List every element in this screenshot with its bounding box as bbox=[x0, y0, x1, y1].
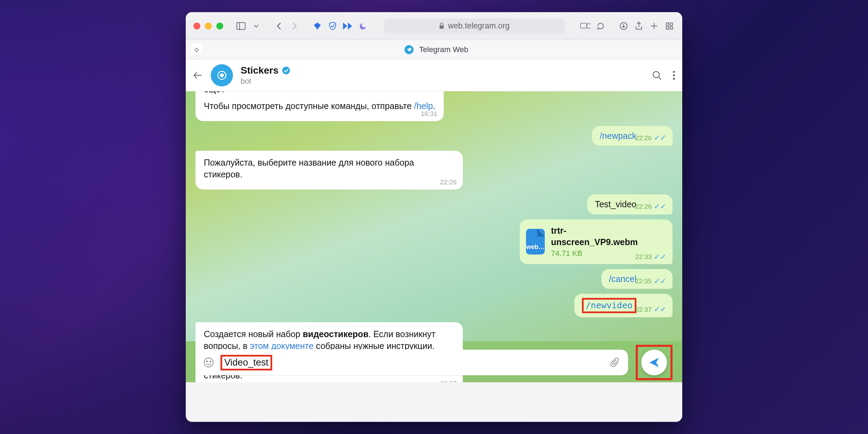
message-time: 22:37✓✓ bbox=[635, 305, 666, 314]
message-text: ещё? bbox=[204, 91, 225, 94]
message-text-bold: видеостикеров bbox=[303, 329, 368, 339]
extension-moon-icon[interactable] bbox=[358, 21, 368, 31]
browser-window: web.telegram.org ◇ Telegram Web bbox=[186, 12, 682, 422]
message-time: 16:31 bbox=[421, 109, 437, 118]
app-icon: ◇ bbox=[194, 46, 199, 53]
read-check-icon: ✓✓ bbox=[654, 306, 666, 313]
file-thumb: web… bbox=[526, 229, 545, 254]
message-text: Создается новый набор bbox=[204, 329, 303, 339]
browser-toolbar: web.telegram.org bbox=[186, 12, 682, 40]
svg-point-7 bbox=[586, 24, 591, 28]
svg-marker-2 bbox=[314, 23, 321, 30]
chat-subtitle: bot bbox=[241, 77, 290, 86]
svg-point-24 bbox=[673, 78, 675, 80]
reader-icon[interactable] bbox=[580, 21, 591, 31]
send-button[interactable] bbox=[641, 350, 667, 375]
svg-point-25 bbox=[204, 358, 213, 367]
extension-diamond-icon[interactable] bbox=[312, 21, 323, 31]
search-in-chat-button[interactable] bbox=[652, 70, 662, 81]
lock-icon bbox=[439, 23, 444, 30]
svg-rect-12 bbox=[666, 23, 669, 25]
address-url: web.telegram.org bbox=[448, 21, 510, 31]
svg-rect-0 bbox=[237, 23, 245, 30]
highlight-box bbox=[636, 345, 673, 380]
message-time: 22:26✓✓ bbox=[635, 202, 666, 211]
message-input-bar: Video_test bbox=[195, 350, 628, 375]
message-outgoing-file[interactable]: web… trtr-unscreen_VP9.webm 74.71 KB 22:… bbox=[520, 219, 673, 264]
composer: Video_test bbox=[186, 343, 682, 382]
verified-badge-icon bbox=[282, 66, 290, 75]
command-link[interactable]: /cancel bbox=[609, 274, 636, 284]
svg-marker-3 bbox=[343, 23, 347, 30]
downloads-icon[interactable] bbox=[618, 21, 629, 31]
file-name: trtr-unscreen_VP9.webm bbox=[551, 225, 638, 249]
tab-title[interactable]: Telegram Web bbox=[419, 45, 468, 54]
sidebar-toggle-icon[interactable] bbox=[236, 21, 246, 31]
telegram-icon bbox=[404, 45, 414, 54]
message-text: Пожалуйста, выберите название для нового… bbox=[204, 158, 414, 179]
message-outgoing[interactable]: /newpack 22:26✓✓ bbox=[592, 126, 673, 146]
minimize-window-button[interactable] bbox=[205, 23, 212, 30]
address-bar[interactable]: web.telegram.org bbox=[384, 18, 565, 34]
attach-button[interactable] bbox=[610, 357, 620, 368]
message-text: Чтобы просмотреть доступные команды, отп… bbox=[204, 101, 414, 111]
svg-point-19 bbox=[282, 67, 290, 74]
emoji-button[interactable] bbox=[203, 357, 214, 368]
nav-back-button[interactable] bbox=[274, 21, 284, 31]
message-incoming[interactable]: ещё? Чтобы просмотреть доступные команды… bbox=[195, 91, 444, 121]
message-time: 22:26✓✓ bbox=[635, 134, 666, 143]
share-icon[interactable] bbox=[634, 21, 644, 31]
message-input[interactable]: Video_test bbox=[224, 357, 268, 368]
svg-point-18 bbox=[220, 74, 224, 77]
svg-rect-15 bbox=[670, 27, 673, 29]
command-link[interactable]: /newvideo bbox=[586, 300, 633, 310]
svg-point-23 bbox=[673, 74, 675, 76]
read-check-icon: ✓✓ bbox=[654, 134, 666, 142]
message-incoming[interactable]: Пожалуйста, выберите название для нового… bbox=[195, 151, 463, 190]
svg-point-20 bbox=[653, 72, 659, 78]
new-tab-icon[interactable] bbox=[649, 21, 659, 31]
highlight-box: /newvideo bbox=[582, 298, 636, 313]
read-check-icon: ✓✓ bbox=[654, 203, 666, 210]
message-text: Test_video bbox=[595, 199, 636, 209]
nav-forward-button[interactable] bbox=[289, 21, 300, 31]
message-time: 22:33✓✓ bbox=[635, 252, 666, 261]
command-link[interactable]: /newpack bbox=[600, 131, 636, 141]
svg-rect-13 bbox=[670, 23, 673, 25]
tab-grid-icon[interactable] bbox=[664, 21, 675, 31]
svg-line-21 bbox=[659, 77, 661, 80]
close-window-button[interactable] bbox=[193, 23, 200, 30]
message-time: 22:26 bbox=[440, 178, 457, 187]
read-check-icon: ✓✓ bbox=[654, 277, 666, 285]
message-time: 22:35✓✓ bbox=[635, 277, 666, 286]
tab-strip: ◇ Telegram Web bbox=[186, 40, 682, 59]
fullscreen-window-button[interactable] bbox=[216, 23, 223, 30]
extension-skip-icon[interactable] bbox=[343, 21, 353, 31]
pinned-tab[interactable]: ◇ bbox=[191, 44, 202, 56]
svg-point-22 bbox=[673, 71, 675, 73]
svg-rect-6 bbox=[581, 23, 587, 28]
back-button[interactable] bbox=[193, 70, 203, 81]
chevron-down-icon[interactable] bbox=[251, 21, 261, 31]
chat-body: ещё? Чтобы просмотреть доступные команды… bbox=[186, 91, 682, 382]
svg-point-27 bbox=[210, 361, 211, 362]
message-outgoing[interactable]: /cancel 22:35✓✓ bbox=[601, 269, 673, 289]
chat-title-block[interactable]: Stickers bot bbox=[241, 65, 290, 86]
more-menu-button[interactable] bbox=[673, 70, 675, 81]
read-check-icon: ✓✓ bbox=[654, 253, 666, 261]
svg-rect-14 bbox=[666, 27, 669, 29]
svg-rect-5 bbox=[440, 25, 444, 29]
chat-name: Stickers bbox=[241, 65, 278, 76]
svg-marker-4 bbox=[348, 23, 352, 30]
extension-shield-icon[interactable] bbox=[327, 21, 338, 31]
reload-icon[interactable] bbox=[595, 21, 606, 31]
file-size: 74.71 KB bbox=[551, 248, 638, 259]
window-controls bbox=[193, 23, 223, 30]
chat-avatar[interactable] bbox=[211, 64, 233, 86]
svg-point-26 bbox=[207, 361, 208, 362]
chat-header: Stickers bot bbox=[186, 59, 682, 91]
message-outgoing[interactable]: Test_video 22:26✓✓ bbox=[587, 194, 673, 215]
highlight-box: Video_test bbox=[220, 355, 272, 370]
message-outgoing[interactable]: /newvideo 22:37✓✓ bbox=[574, 294, 673, 317]
